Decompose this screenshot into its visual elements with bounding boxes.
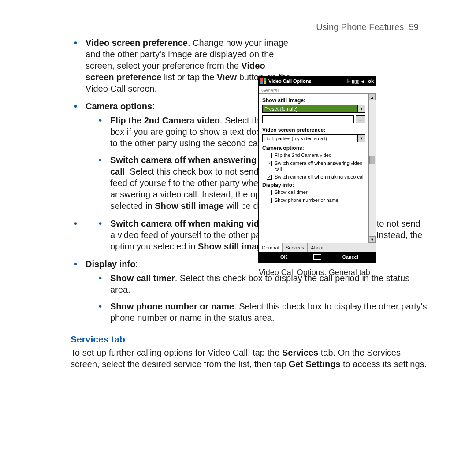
- chevron-down-icon[interactable]: ▼: [357, 135, 365, 142]
- top-tab-row: General: [259, 86, 376, 94]
- softkey-ok[interactable]: OK: [259, 254, 309, 260]
- checkbox-off-making[interactable]: ✓ Switch camera off when making video ca…: [267, 174, 365, 180]
- checkbox-call-timer[interactable]: Show call timer: [267, 190, 365, 196]
- tab-about[interactable]: About: [308, 243, 327, 252]
- tab-general[interactable]: General: [259, 243, 283, 252]
- running-header: Using Phone Features 59: [316, 22, 419, 32]
- services-tab-heading: Services tab: [71, 333, 428, 345]
- softkey-bar: OK Cancel: [259, 252, 376, 262]
- window-titlebar: Video Call Options H ▮▯▯ ◀ ok: [259, 77, 376, 86]
- list-item: Show call timer. Select this check box t…: [86, 272, 428, 295]
- preset-dropdown[interactable]: Preset (female) ▼: [262, 105, 365, 113]
- video-pref-value: Both parties (my video small): [264, 136, 327, 141]
- window-title: Video Call Options: [268, 78, 312, 84]
- svg-rect-3: [264, 81, 266, 84]
- checkbox-off-answering[interactable]: ✓ Switch camera off when answering video…: [267, 160, 365, 173]
- scroll-thumb[interactable]: [369, 156, 375, 164]
- checkbox-icon[interactable]: ✓: [267, 161, 272, 166]
- chevron-down-icon[interactable]: ▼: [357, 105, 365, 112]
- section-title: Using Phone Features: [316, 22, 404, 32]
- options-panel: Show still image: Preset (female) ▼ … Vi…: [259, 94, 376, 243]
- vertical-scrollbar[interactable]: ▲ ▼: [368, 94, 376, 243]
- video-pref-heading: Video screen preference:: [262, 127, 365, 133]
- checkbox-phone-number[interactable]: Show phone number or name: [267, 197, 365, 204]
- keyboard-icon[interactable]: [309, 254, 325, 260]
- checkbox-icon[interactable]: ✓: [267, 175, 272, 180]
- display-info-heading: Display info:: [262, 182, 365, 188]
- softkey-cancel[interactable]: Cancel: [325, 254, 376, 260]
- list-item: Show phone number or name. Select this c…: [86, 301, 428, 324]
- services-paragraph: To set up further calling options for Vi…: [71, 347, 428, 370]
- camera-options-heading: Camera options:: [262, 145, 365, 151]
- figure-caption: Video Call Options: General tab: [258, 268, 375, 277]
- preset-dropdown-value: Preset (female): [264, 106, 298, 112]
- tab-services[interactable]: Services: [283, 243, 308, 252]
- still-image-heading: Show still image:: [262, 97, 365, 104]
- svg-rect-2: [260, 81, 263, 84]
- speaker-icon: ◀: [361, 79, 364, 84]
- device-screenshot: Video Call Options H ▮▯▯ ◀ ok General Sh…: [258, 76, 376, 263]
- network-h-icon: H: [347, 79, 350, 84]
- ok-button[interactable]: ok: [368, 78, 374, 84]
- checkbox-icon[interactable]: [267, 198, 272, 203]
- svg-rect-1: [264, 78, 266, 81]
- signal-icon: ▮▯▯: [352, 79, 360, 84]
- video-pref-dropdown[interactable]: Both parties (my video small) ▼: [262, 134, 365, 142]
- windows-flag-icon: [260, 78, 267, 84]
- bottom-tabbar: General Services About: [259, 243, 376, 252]
- still-image-path-input[interactable]: [262, 115, 354, 123]
- system-icons: H ▮▯▯ ◀: [347, 79, 364, 84]
- figure-video-call-options: Video Call Options H ▮▯▯ ◀ ok General Sh…: [258, 76, 375, 277]
- checkbox-flip-camera[interactable]: Flip the 2nd Camera video: [267, 152, 365, 159]
- page-number: 59: [409, 22, 419, 32]
- checkbox-icon[interactable]: [267, 153, 272, 158]
- scroll-up-icon[interactable]: ▲: [369, 94, 376, 100]
- checkbox-icon[interactable]: [267, 190, 272, 195]
- scroll-down-icon[interactable]: ▼: [369, 236, 376, 243]
- svg-rect-0: [260, 78, 263, 81]
- browse-button[interactable]: …: [356, 115, 365, 123]
- top-tab-general[interactable]: General: [259, 87, 281, 93]
